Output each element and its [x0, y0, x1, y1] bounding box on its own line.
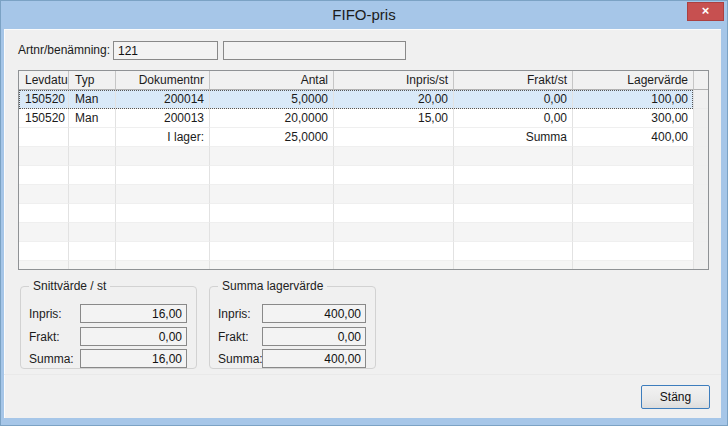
cell-lagervarde: 100,00 — [573, 90, 694, 109]
snittvarde-inpris-value — [80, 304, 187, 323]
group-snittvarde: Snittvärde / st Inpris: Frakt: Summa: — [20, 286, 197, 369]
column-header-antal[interactable]: Antal — [210, 71, 334, 90]
cell-filler — [694, 128, 708, 147]
benamning-input[interactable] — [223, 41, 406, 60]
lagervarde-inpris-value — [262, 304, 366, 323]
table-summary-row[interactable]: I lager: 25,0000 Summa 400,00 — [19, 128, 708, 147]
table-row[interactable]: 150520 Man 200013 20,0000 15,00 0,00 300… — [19, 109, 708, 128]
window-title: FIFO-pris — [332, 1, 395, 28]
empty-row — [19, 204, 708, 223]
column-header-levdatum[interactable]: Levdatum — [19, 71, 69, 90]
cell-levdatum — [19, 128, 69, 147]
column-header-dokumentnr[interactable]: Dokumentnr — [116, 71, 210, 90]
empty-row — [19, 223, 708, 242]
snittvarde-summa-value — [80, 349, 187, 368]
table-row-selected[interactable]: 150520 Man 200014 5,0000 20,00 0,00 100,… — [19, 90, 708, 109]
cell-antal: 5,0000 — [210, 90, 334, 109]
empty-row — [19, 261, 708, 270]
cell-ilager-label: I lager: — [116, 128, 210, 147]
cell-dokumentnr: 200013 — [116, 109, 210, 128]
column-header-lagervarde[interactable]: Lagervärde — [573, 71, 694, 90]
summa-label: Summa: — [218, 350, 263, 368]
empty-row — [19, 147, 708, 166]
column-header-typ[interactable]: Typ — [69, 71, 116, 90]
cell-lagervarde: 300,00 — [573, 109, 694, 128]
inpris-label: Inpris: — [29, 305, 62, 323]
lagervarde-frakt-value — [262, 327, 366, 346]
cell-antal: 20,0000 — [210, 109, 334, 128]
title-bar[interactable]: FIFO-pris × — [1, 1, 727, 29]
group-snittvarde-title: Snittvärde / st — [29, 279, 110, 293]
close-icon: × — [702, 3, 710, 18]
cell-filler — [694, 90, 708, 109]
snittvarde-frakt-value — [80, 327, 187, 346]
group-summa-lagervarde: Summa lagervärde Inpris: Frakt: Summa: — [209, 286, 376, 369]
empty-row — [19, 166, 708, 185]
cell-dokumentnr: 200014 — [116, 90, 210, 109]
cell-frakt: 0,00 — [454, 90, 573, 109]
frakt-label: Frakt: — [29, 328, 60, 346]
artnr-label: Artnr/benämning: — [18, 41, 110, 60]
inpris-label: Inpris: — [218, 305, 251, 323]
dialog-content: Artnr/benämning: Levdatum Typ Dokumentnr… — [4, 29, 721, 418]
cell-typ: Man — [69, 109, 116, 128]
summa-label: Summa: — [29, 350, 74, 368]
empty-row — [19, 185, 708, 204]
table-header-row: Levdatum Typ Dokumentnr Antal Inpris/st … — [19, 71, 708, 90]
cell-summa-value: 400,00 — [573, 128, 694, 147]
fifo-table: Levdatum Typ Dokumentnr Antal Inpris/st … — [18, 70, 709, 270]
cell-typ — [69, 128, 116, 147]
cell-ilager-antal: 25,0000 — [210, 128, 334, 147]
column-header-inpris[interactable]: Inpris/st — [334, 71, 454, 90]
frakt-label: Frakt: — [218, 328, 249, 346]
artnr-input[interactable] — [113, 41, 218, 60]
cell-inpris: 15,00 — [334, 109, 454, 128]
cell-inpris: 20,00 — [334, 90, 454, 109]
stang-button[interactable]: Stäng — [641, 385, 710, 409]
cell-typ: Man — [69, 90, 116, 109]
fifo-pris-dialog: FIFO-pris × Artnr/benämning: Levdatum Ty… — [0, 0, 728, 426]
group-summa-lagervarde-title: Summa lagervärde — [218, 279, 327, 293]
footer-separator — [4, 374, 721, 375]
cell-levdatum: 150520 — [19, 90, 69, 109]
close-button[interactable]: × — [687, 2, 724, 21]
cell-frakt: 0,00 — [454, 109, 573, 128]
column-header-frakt[interactable]: Frakt/st — [454, 71, 573, 90]
cell-summa-label: Summa — [454, 128, 573, 147]
empty-row — [19, 242, 708, 261]
cell-levdatum: 150520 — [19, 109, 69, 128]
cell-filler — [694, 109, 708, 128]
lagervarde-summa-value — [262, 349, 366, 368]
cell-inpris — [334, 128, 454, 147]
column-header-filler — [694, 71, 708, 90]
